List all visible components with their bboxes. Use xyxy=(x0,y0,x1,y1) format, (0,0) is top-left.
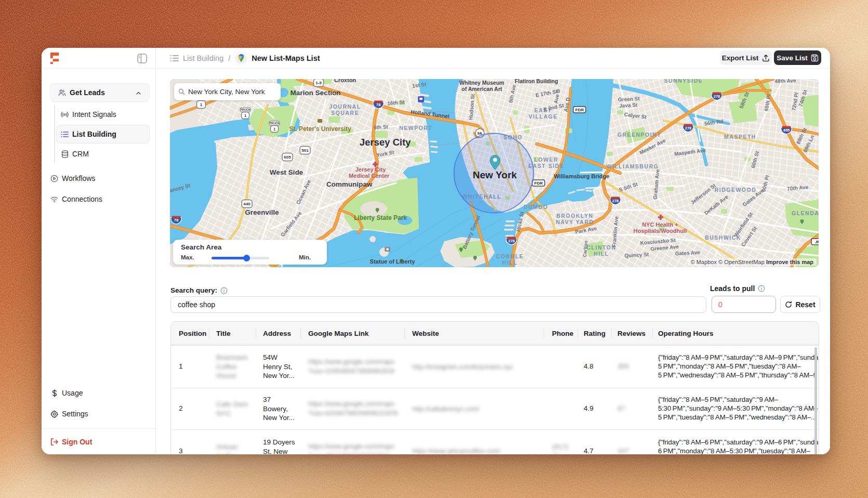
svg-text:VILLAGE: VILLAGE xyxy=(529,113,558,120)
svg-text:LOWER: LOWER xyxy=(534,156,559,163)
svg-text:GREENPOINT: GREENPOINT xyxy=(617,132,661,138)
svg-text:Croxton: Croxton xyxy=(334,79,356,83)
svg-text:Java St: Java St xyxy=(619,102,638,109)
svg-text:TRUCK: TRUCK xyxy=(269,122,280,125)
svg-text:Hospitals/Woodhull: Hospitals/Woodhull xyxy=(634,228,687,234)
svg-text:HILL: HILL xyxy=(502,259,517,266)
svg-text:West Side: West Side xyxy=(270,168,304,176)
svg-text:Whitney Museum: Whitney Museum xyxy=(459,80,504,86)
svg-text:501: 501 xyxy=(301,148,309,153)
svg-text:495: 495 xyxy=(783,128,790,133)
svg-text:NAVY YARD: NAVY YARD xyxy=(556,219,594,225)
svg-text:Jersey City: Jersey City xyxy=(356,166,387,173)
svg-text:SUNNYSIDE: SUNNYSIDE xyxy=(664,79,703,84)
svg-text:TRUCK: TRUCK xyxy=(240,108,251,111)
svg-text:NYC Health +: NYC Health + xyxy=(642,221,678,228)
svg-text:278: 278 xyxy=(685,126,692,130)
svg-text:St. Peter's University: St. Peter's University xyxy=(289,125,351,133)
svg-text:FDR: FDR xyxy=(575,108,584,112)
svg-text:1-9: 1-9 xyxy=(315,81,322,85)
svg-text:JOURNAL: JOURNAL xyxy=(329,103,361,110)
svg-text:BROOKLYN: BROOKLYN xyxy=(556,213,593,219)
svg-text:Greenville: Greenville xyxy=(245,208,279,216)
svg-text:GLENDAL: GLENDAL xyxy=(792,210,819,216)
svg-text:78: 78 xyxy=(174,218,178,222)
svg-text:COBBLE: COBBLE xyxy=(496,253,523,259)
svg-text:Flatiron Building: Flatiron Building xyxy=(515,79,558,84)
svg-text:HILL: HILL xyxy=(594,251,609,257)
svg-text:NEWPORT: NEWPORT xyxy=(399,125,432,131)
svg-text:278: 278 xyxy=(714,94,720,99)
svg-text:605: 605 xyxy=(284,155,291,160)
svg-text:278: 278 xyxy=(612,199,619,203)
svg-text:Williamsburg Bridge: Williamsburg Bridge xyxy=(554,173,610,179)
svg-text:DUMBO: DUMBO xyxy=(523,204,548,210)
svg-text:Medical Center: Medical Center xyxy=(349,173,390,179)
svg-text:Green St: Green St xyxy=(618,96,640,102)
svg-text:1: 1 xyxy=(200,102,203,107)
svg-text:6th St: 6th St xyxy=(374,124,389,130)
svg-text:1: 1 xyxy=(244,113,246,118)
svg-text:of American Art: of American Art xyxy=(462,86,502,92)
svg-text:Marion Section: Marion Section xyxy=(291,89,341,97)
svg-text:Communipaw: Communipaw xyxy=(326,180,373,188)
svg-text:440: 440 xyxy=(243,202,251,206)
svg-text:MASPETH: MASPETH xyxy=(724,134,756,140)
svg-text:RIDGEWOOD: RIDGEWOOD xyxy=(715,187,757,193)
svg-text:1: 1 xyxy=(273,127,275,132)
svg-text:78: 78 xyxy=(376,102,380,107)
svg-text:WILLIAMSBURG: WILLIAMSBURG xyxy=(607,163,659,169)
svg-text:278: 278 xyxy=(508,239,515,243)
svg-text:Liberty State Park: Liberty State Park xyxy=(354,214,407,221)
svg-text:48th Ave: 48th Ave xyxy=(774,79,796,84)
svg-text:SQUARE: SQUARE xyxy=(331,110,359,116)
svg-text:Statue of Liberty: Statue of Liberty xyxy=(370,258,416,265)
svg-text:New York: New York xyxy=(473,169,517,180)
svg-text:Jersey City: Jersey City xyxy=(360,137,411,148)
svg-text:FDR: FDR xyxy=(534,181,543,186)
svg-text:JR: JR xyxy=(815,240,819,244)
